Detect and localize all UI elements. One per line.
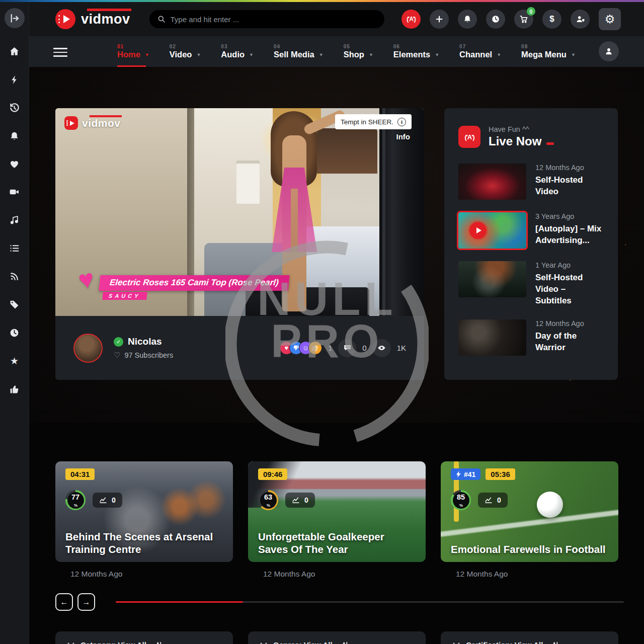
chart-icon xyxy=(99,496,107,504)
verified-icon: ✓ xyxy=(114,337,123,347)
duration-badge: 09:46 xyxy=(258,468,287,480)
views-icon[interactable] xyxy=(373,339,391,357)
star-icon[interactable]: ★ xyxy=(5,351,25,371)
chevron-down-icon: ▼ xyxy=(145,52,149,57)
caption-banner: Electric Roses 165 Cami Top (Rose Pearl) xyxy=(99,275,289,291)
bolt-icon xyxy=(456,471,461,477)
video-date: 12 Months Ago xyxy=(263,570,426,579)
logo[interactable]: vidmov xyxy=(55,9,130,29)
nav-item-video[interactable]: 02Video▼ xyxy=(170,44,201,59)
video-info-bar: ✓ Nicolas ♡97 Subscribers ♥ ☺ @ 1 0 xyxy=(55,316,424,380)
clock-icon[interactable] xyxy=(5,323,25,343)
logo-play-icon xyxy=(64,116,78,130)
topbar: vidmov ('A') 0 $ ⚙ xyxy=(29,2,644,36)
nav-item-shop[interactable]: 05Shop▼ xyxy=(344,44,373,59)
heart-outline-icon[interactable]: ♡ xyxy=(114,351,120,360)
home-icon[interactable] xyxy=(5,41,25,61)
channel-name[interactable]: Nicolas xyxy=(128,336,162,347)
chevron-down-icon xyxy=(260,642,267,644)
bell-icon[interactable] xyxy=(5,126,25,146)
thumbnail-arsenal[interactable]: 04:31 77% 0 Behind The Scenes at Arsenal… xyxy=(55,461,233,562)
nav-item-sell-media[interactable]: 04Sell Media▼ xyxy=(274,44,324,59)
player-logo-watermark: vidmov xyxy=(64,116,121,130)
reaction-emojis[interactable]: ♥ ☺ @ xyxy=(280,341,322,355)
music-icon[interactable] xyxy=(5,210,25,230)
playlist-icon[interactable] xyxy=(5,238,25,258)
live-title: Live Now xyxy=(489,134,554,148)
duration-badge: 05:36 xyxy=(486,468,515,480)
video-icon[interactable] xyxy=(5,182,25,202)
search-input[interactable] xyxy=(171,15,376,24)
logo-play-icon xyxy=(55,9,75,29)
video-card-item[interactable]: 09:46 63% 0 Unforgettable Goalkeeper Sav… xyxy=(248,461,426,579)
live-icon[interactable]: ('A') xyxy=(401,10,421,29)
prev-button[interactable]: ← xyxy=(55,593,73,611)
user-shield-icon[interactable] xyxy=(571,10,590,29)
video-title: Unforgettable Goalkeeper Saves Of The Ye… xyxy=(258,530,416,556)
sort-icon xyxy=(155,641,163,644)
nav-item-channel[interactable]: 07Channel▼ xyxy=(459,44,501,59)
thumbnail-red-sports-car xyxy=(458,164,526,200)
page: ★ vidmov ('A') 0 $ ⚙ 01Home▼ 02Video▼ xyxy=(0,0,644,644)
cart-icon[interactable]: 0 xyxy=(514,10,533,29)
sort-icon xyxy=(552,641,559,644)
hamburger-icon[interactable] xyxy=(53,48,67,57)
stats-pill: 0 xyxy=(285,493,315,508)
cart-badge: 0 xyxy=(527,7,535,16)
subscriber-count: ♡97 Subscribers xyxy=(114,351,173,360)
video-title: Behind The Scenes at Arsenal Training Ce… xyxy=(65,530,223,556)
ad-info-link[interactable]: Info xyxy=(396,132,411,141)
blog-icon[interactable] xyxy=(5,266,25,286)
history-icon[interactable] xyxy=(5,98,25,118)
video-card-item[interactable]: #41 05:36 85% 0 Emotional Farewells in F… xyxy=(441,461,618,579)
add-icon[interactable] xyxy=(430,10,449,29)
playlist-item[interactable]: 12 Months AgoSelf-Hosted Video xyxy=(458,164,604,200)
thumbnail-goalkeeper[interactable]: 09:46 63% 0 Unforgettable Goalkeeper Sav… xyxy=(248,461,426,562)
playlist-item[interactable]: 1 Year AgoSelf-Hosted Video – Subtitles xyxy=(458,261,604,307)
stats-pill: 0 xyxy=(478,493,508,508)
play-icon[interactable] xyxy=(469,222,487,239)
active-nav-underline xyxy=(117,65,146,67)
ad-tooltip[interactable]: Tempt in SHEER.i xyxy=(335,114,412,129)
info-icon: i xyxy=(397,118,406,126)
carousel-progress-track[interactable] xyxy=(116,601,624,603)
filter-category[interactable]: Category: View All xyxy=(55,631,233,644)
thumbnail-farewell[interactable]: #41 05:36 85% 0 Emotional Farewells in F… xyxy=(441,461,618,562)
filter-genres[interactable]: Genres: View All xyxy=(248,631,426,644)
live-icon: ('A') xyxy=(458,126,480,148)
duration-badge: 04:31 xyxy=(65,468,95,480)
comments-icon[interactable] xyxy=(338,339,356,357)
playlist-item[interactable]: 12 Months AgoDay of the Warrior xyxy=(458,319,604,356)
logout-icon[interactable] xyxy=(5,8,25,28)
search-bar[interactable] xyxy=(149,10,384,28)
bolt-icon[interactable] xyxy=(5,69,25,90)
nav-item-mega-menu[interactable]: 08Mega Menu▼ xyxy=(521,44,576,59)
hero-section: vidmov Tempt in SHEER.i Info ♥ Electric … xyxy=(29,67,644,423)
thumbs-up-icon[interactable] xyxy=(5,379,25,399)
profile-avatar-button[interactable] xyxy=(599,41,619,61)
video-title: Emotional Farewells in Football xyxy=(451,543,608,556)
video-player[interactable]: vidmov Tempt in SHEER.i Info ♥ Electric … xyxy=(55,108,424,316)
video-date: 12 Months Ago xyxy=(456,570,618,579)
rating-ring: 63% xyxy=(258,490,278,510)
heart-icon[interactable] xyxy=(5,154,25,174)
live-playlist: 12 Months AgoSelf-Hosted Video 3 Years A… xyxy=(458,164,604,356)
clock-icon[interactable] xyxy=(486,10,505,29)
next-button[interactable]: → xyxy=(77,593,95,611)
bell-icon[interactable] xyxy=(458,10,477,29)
playlist-item-active[interactable]: 3 Years Ago[Autoplay] – Mix Advertising.… xyxy=(458,212,604,249)
chevron-down-icon xyxy=(67,642,74,644)
channel-avatar[interactable] xyxy=(73,334,103,363)
nav-item-home[interactable]: 01Home▼ xyxy=(117,44,149,59)
nav-item-audio[interactable]: 03Audio▼ xyxy=(221,44,254,59)
tag-icon[interactable] xyxy=(5,294,25,314)
filter-certification[interactable]: Certification: View All xyxy=(441,631,618,644)
main-nav: 01Home▼ 02Video▼ 03Audio▼ 04Sell Media▼ … xyxy=(29,36,644,67)
nav-item-elements[interactable]: 06Elements▼ xyxy=(393,44,439,59)
dollar-icon[interactable]: $ xyxy=(542,10,561,29)
video-date: 12 Months Ago xyxy=(70,570,233,579)
gear-icon[interactable]: ⚙ xyxy=(599,8,621,30)
chevron-down-icon: ▼ xyxy=(196,52,201,57)
video-card-item[interactable]: 04:31 77% 0 Behind The Scenes at Arsenal… xyxy=(55,461,233,579)
rating-ring: 77% xyxy=(65,490,86,510)
